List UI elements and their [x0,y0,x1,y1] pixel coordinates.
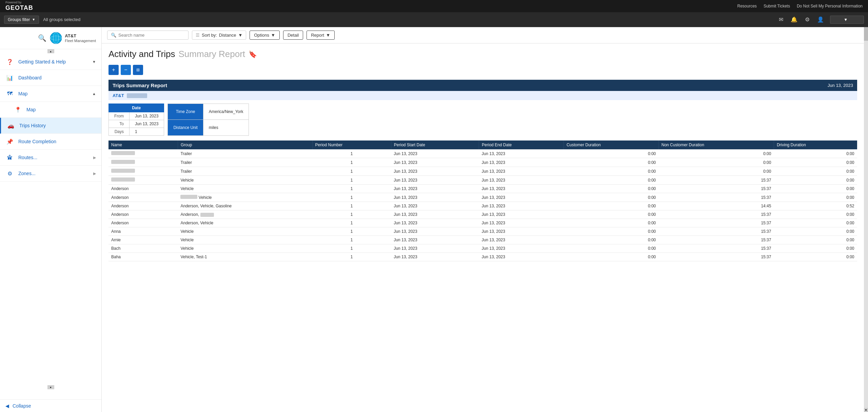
col-period-number: Period Number [312,141,391,149]
cell-non-customer-duration: 15:37 [658,236,774,244]
cell-driving-duration: 0:00 [774,227,857,236]
col-period-start: Period Start Date [391,141,479,149]
sidebar-scroll-down-button[interactable]: ▼ [47,385,54,389]
date-from-value: Jun 13, 2023 [130,112,164,120]
tz-row: Time Zone America/New_York [168,104,249,120]
cell-period-start: Jun 13, 2023 [391,219,479,227]
report-button[interactable]: Report ▼ [307,31,335,40]
options-label: Options [254,33,269,38]
sidebar-item-zones[interactable]: ⚙ Zones... ▶ [0,166,101,182]
report-company-name: AT&T [113,93,124,98]
cell-period-number: 1 [312,236,391,244]
cell-driving-duration: 0:00 [774,149,857,158]
search-box[interactable]: 🔍 [107,31,189,40]
cell-period-number: 1 [312,210,391,219]
cell-customer-duration: 0:00 [564,149,658,158]
cell-period-number: 1 [312,176,391,185]
sidebar-company-name: AT&T [65,33,96,39]
sort-by-button[interactable]: ☰ Sort by: Distance ▼ [192,31,246,40]
main-layout: 🔍 AT&T Fleet Management ▲ [0,27,868,412]
sidebar-search-button[interactable]: 🔍 [38,34,46,42]
routes-icon: 🛣 [5,153,14,162]
report-chevron-icon: ▼ [326,33,330,38]
sidebar-scroll-up-button[interactable]: ▲ [47,49,54,53]
cell-name: Baha [108,253,178,261]
sidebar-item-getting-started[interactable]: ❓ Getting Started & Help ▼ [0,54,101,70]
sidebar-item-map-parent[interactable]: 🗺 Map ▲ [0,86,101,102]
submit-tickets-link[interactable]: Submit Tickets [764,4,790,8]
cell-period-number: 1 [312,167,391,176]
map-chevron-icon: ▲ [92,92,96,96]
sidebar-routes-label: Routes... [18,155,89,160]
grid-button[interactable]: ⊞ [133,65,143,75]
sidebar-brand: AT&T Fleet Management [50,32,96,44]
scrollbar-bottom-arrow[interactable]: ▼ [864,408,868,412]
bookmark-icon[interactable]: 🔖 [249,50,257,58]
sidebar-route-completion-label: Route Completion [18,139,96,144]
table-row: BahaVehicle, Test-11Jun 13, 2023Jun 13, … [108,253,857,261]
cell-group: Trailer [178,158,312,167]
cell-group: Vehicle [178,236,312,244]
cell-period-start: Jun 13, 2023 [391,227,479,236]
resources-link[interactable]: Resources [737,4,757,8]
cell-customer-duration: 0:00 [564,236,658,244]
cell-period-end: Jun 13, 2023 [479,185,564,193]
groups-filter-button[interactable]: Groups filter ▼ [4,16,39,24]
cell-name [108,167,178,176]
mail-icon-button[interactable]: ✉ [777,15,785,24]
table-row: Vehicle1Jun 13, 2023Jun 13, 20230:0015:3… [108,176,857,185]
report-header-title: Trips Summary Report [113,82,167,88]
cell-driving-duration: 0:00 [774,176,857,185]
sidebar-map-parent-label: Map [18,91,88,96]
cell-period-end: Jun 13, 2023 [479,149,564,158]
cell-driving-duration: 0:00 [774,244,857,253]
routes-arrow-icon: ▶ [93,155,96,160]
col-period-end: Period End Date [479,141,564,149]
options-button[interactable]: Options ▼ [250,31,280,40]
sidebar-item-route-completion[interactable]: 📌 Route Completion [0,134,101,150]
sort-value: Distance [219,33,236,38]
do-not-sell-link[interactable]: Do Not Sell My Personal Information [797,4,863,8]
minus-button[interactable]: − [121,65,131,75]
table-row: AndersonAnderson, Vehicle, Gasoline1Jun … [108,202,857,210]
cell-period-end: Jun 13, 2023 [479,193,564,202]
options-chevron-icon: ▼ [271,33,275,38]
search-input[interactable] [118,33,185,38]
cell-non-customer-duration: 0:00 [658,149,774,158]
cell-group: Anderson, [178,210,312,219]
cell-customer-duration: 0:00 [564,193,658,202]
cell-group: Vehicle [178,193,312,202]
detail-button[interactable]: Detail [283,31,303,40]
add-button[interactable]: + [108,65,119,75]
tz-info-table: Time Zone America/New_York Distance Unit… [167,104,249,136]
sidebar-item-map[interactable]: 📍 Map [0,102,101,118]
right-scrollbar[interactable]: ▼ [864,27,868,412]
top-bar: Powered by GEOTAB Resources Submit Ticke… [0,0,868,12]
notifications-icon-button[interactable]: 🔔 [789,15,799,24]
cell-group: Trailer [178,149,312,158]
user-dropdown[interactable]: ▼ [830,16,864,24]
cell-period-end: Jun 13, 2023 [479,158,564,167]
sidebar-item-routes[interactable]: 🛣 Routes... ▶ [0,150,101,166]
sidebar-item-trips-history[interactable]: 🚗 Trips History [0,118,101,134]
cell-name: Anderson [108,193,178,202]
col-customer-duration: Customer Duration [564,141,658,149]
report-label: Report [311,33,324,38]
date-from-row: From Jun 13, 2023 [109,112,164,120]
cell-period-start: Jun 13, 2023 [391,244,479,253]
date-to-label: To [109,120,130,128]
sidebar-collapse-button[interactable]: ◀ Collapse [0,399,101,412]
route-completion-icon: 📌 [5,137,14,146]
sidebar-company-sub: Fleet Management [65,39,96,43]
table-header-row: Name Group Period Number Period Start Da… [108,141,857,149]
cell-name: Anderson [108,210,178,219]
user-icon-button[interactable]: 👤 [816,15,825,24]
cell-period-number: 1 [312,185,391,193]
cell-non-customer-duration: 15:37 [658,219,774,227]
data-table: Name Group Period Number Period Start Da… [108,141,857,261]
cell-customer-duration: 0:00 [564,210,658,219]
settings-icon-button[interactable]: ⚙ [804,15,811,24]
cell-customer-duration: 0:00 [564,253,658,261]
sidebar-item-dashboard[interactable]: 📊 Dashboard [0,70,101,86]
cell-non-customer-duration: 15:37 [658,253,774,261]
